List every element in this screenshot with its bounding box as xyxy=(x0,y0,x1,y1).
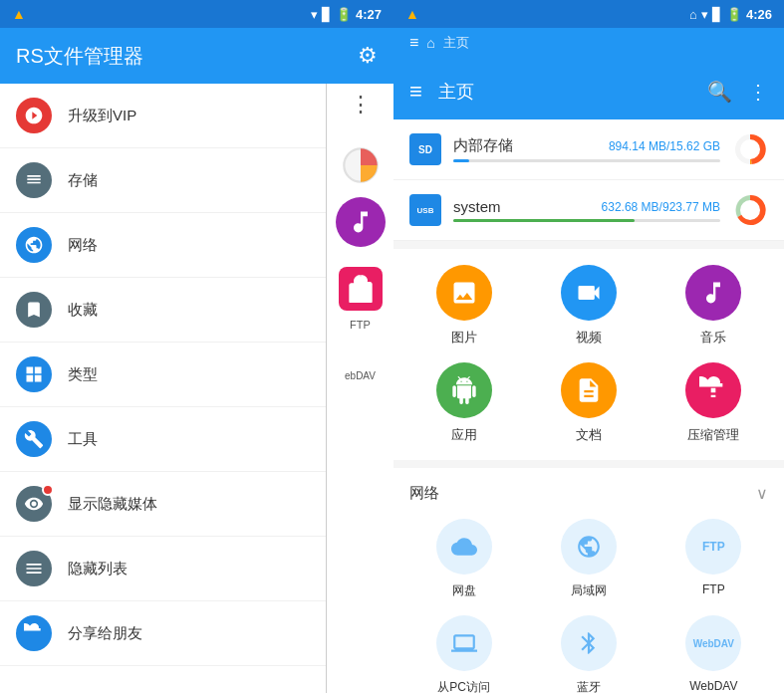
archive-label: 压缩管理 xyxy=(687,426,739,444)
storage-card-system[interactable]: USB system 632.68 MB/923.77 MB xyxy=(393,180,784,241)
storage-section: SD 内部存储 894.14 MB/15.62 GB xyxy=(393,119,784,241)
share-icon xyxy=(16,615,52,651)
category-item-photos[interactable]: 图片 xyxy=(409,265,518,346)
internal-storage-pie xyxy=(732,131,768,167)
category-item-video[interactable]: 视频 xyxy=(534,265,643,346)
network-icon xyxy=(16,227,52,263)
breadcrumb-text: 主页 xyxy=(443,34,469,52)
internal-storage-bar xyxy=(453,159,720,162)
tools-label: 工具 xyxy=(68,430,366,449)
hidden-media-label: 显示隐藏媒体 xyxy=(68,495,334,514)
left-status-bar: ▲ ▾ ▊ 🔋 4:27 xyxy=(0,0,393,28)
system-badge-text: USB xyxy=(417,206,434,215)
network-header: 网络 ∨ xyxy=(409,484,768,503)
network-section: 网络 ∨ 网盘 局域网 xyxy=(393,468,784,693)
video-icon xyxy=(561,265,617,321)
more-options-icon[interactable]: ⋮ xyxy=(748,80,768,104)
settings-icon[interactable]: ⚙ xyxy=(358,43,378,69)
network-item-bluetooth[interactable]: 蓝牙 xyxy=(534,615,643,693)
network-item-webdav[interactable]: WebDAV WebDAV xyxy=(659,615,768,693)
right-panel: ▲ ⌂ ▾ ▊ 🔋 4:26 ≡ ⌂ 主页 ≡ 主页 🔍 ⋮ SD xyxy=(393,0,784,693)
docs-icon xyxy=(561,362,617,418)
cloud-drive-label: 网盘 xyxy=(452,582,476,599)
storage-icon xyxy=(16,162,52,198)
right-status-bar: ▲ ⌂ ▾ ▊ 🔋 4:26 xyxy=(393,0,784,28)
apps-icon xyxy=(436,362,492,418)
pc-access-label: 从PC访问 xyxy=(437,679,490,693)
types-icon xyxy=(16,356,52,392)
network-section-title: 网络 xyxy=(409,484,439,503)
breadcrumb-home-icon: ≡ xyxy=(409,34,418,52)
left-warning-icon: ▲ xyxy=(12,6,26,22)
archive-icon xyxy=(685,362,741,418)
left-battery-icon: 🔋 xyxy=(336,7,352,22)
right-warning-icon: ▲ xyxy=(405,6,419,22)
category-grid: 图片 视频 音乐 xyxy=(409,265,768,444)
music-label: 音乐 xyxy=(700,329,726,346)
overlay-ftp-label: FTP xyxy=(350,319,371,331)
internal-storage-size: 894.14 MB/15.62 GB xyxy=(609,139,720,153)
left-panel: ▲ ▾ ▊ 🔋 4:27 RS文件管理器 ⚙ 升级到VIP 存储 ∨ xyxy=(0,0,393,693)
right-status-icons: ⌂ ▾ ▊ 🔋 4:26 xyxy=(689,7,772,22)
overlay-webdav-label: ebDAV xyxy=(345,370,376,381)
right-header: ≡ 主页 🔍 ⋮ xyxy=(393,64,784,119)
storage-card-internal[interactable]: SD 内部存储 894.14 MB/15.62 GB xyxy=(393,119,784,180)
category-item-archive[interactable]: 压缩管理 xyxy=(659,362,768,444)
system-storage-fill xyxy=(453,219,635,222)
left-status-icons: ▾ ▊ 🔋 4:27 xyxy=(311,7,382,22)
bluetooth-icon xyxy=(561,615,617,671)
right-home-icon: ⌂ xyxy=(689,7,697,22)
search-icon[interactable]: 🔍 xyxy=(707,80,732,104)
right-signal-icon: ▊ xyxy=(712,7,722,22)
category-item-music[interactable]: 音乐 xyxy=(659,265,768,346)
left-signal-icon: ▊ xyxy=(322,7,332,22)
music-icon xyxy=(685,265,741,321)
app-title: RS文件管理器 xyxy=(16,43,143,70)
network-item-cloud[interactable]: 网盘 xyxy=(409,519,518,599)
internal-storage-badge: SD xyxy=(409,133,441,165)
lan-label: 局域网 xyxy=(571,582,607,599)
overlay-archive-icon xyxy=(339,267,383,311)
webdav-icon: WebDAV xyxy=(685,615,741,671)
hidden-media-icon xyxy=(16,486,52,522)
hidden-list-icon xyxy=(16,551,52,586)
system-storage-badge: USB xyxy=(409,194,441,226)
webdav-label: WebDAV xyxy=(689,679,737,693)
ftp-label: FTP xyxy=(702,582,725,596)
category-item-apps[interactable]: 应用 xyxy=(409,362,518,444)
network-item-pc-access[interactable]: 从PC访问 xyxy=(409,615,518,693)
system-storage-size: 632.68 MB/923.77 MB xyxy=(602,200,720,214)
photos-icon xyxy=(436,265,492,321)
internal-badge-text: SD xyxy=(418,144,432,155)
vip-icon xyxy=(16,98,52,133)
partial-overlay: ⋮ FTP ebDAV xyxy=(326,84,393,693)
lan-icon xyxy=(561,519,617,575)
video-label: 视频 xyxy=(576,329,602,346)
cloud-drive-icon xyxy=(436,519,492,575)
system-storage-bar xyxy=(453,219,720,222)
storage-label: 存储 xyxy=(68,171,366,190)
internal-storage-info: 内部存储 894.14 MB/15.62 GB xyxy=(453,136,720,162)
overlay-pie1 xyxy=(341,145,381,185)
ftp-icon: FTP xyxy=(685,519,741,575)
left-wifi-icon: ▾ xyxy=(311,7,318,22)
network-item-lan[interactable]: 局域网 xyxy=(534,519,643,599)
network-grid: 网盘 局域网 FTP FTP xyxy=(409,519,768,693)
network-label: 网络 xyxy=(68,236,366,255)
overlay-dots: ⋮ xyxy=(342,84,380,125)
category-section: 图片 视频 音乐 xyxy=(393,249,784,460)
internal-storage-name: 内部存储 xyxy=(453,136,513,155)
bluetooth-label: 蓝牙 xyxy=(577,679,601,693)
network-section-arrow[interactable]: ∨ xyxy=(756,484,768,503)
hamburger-icon[interactable]: ≡ xyxy=(409,79,422,105)
right-header-actions: 🔍 ⋮ xyxy=(707,80,768,104)
category-item-docs[interactable]: 文档 xyxy=(534,362,643,444)
network-item-ftp[interactable]: FTP FTP xyxy=(659,519,768,599)
pc-access-icon xyxy=(436,615,492,671)
right-page-title: 主页 xyxy=(438,80,691,104)
photos-label: 图片 xyxy=(451,329,477,346)
right-content: SD 内部存储 894.14 MB/15.62 GB xyxy=(393,119,784,693)
system-storage-name: system xyxy=(453,198,501,215)
favorites-label: 收藏 xyxy=(68,301,366,320)
breadcrumb-bar: ≡ ⌂ 主页 xyxy=(393,28,784,64)
